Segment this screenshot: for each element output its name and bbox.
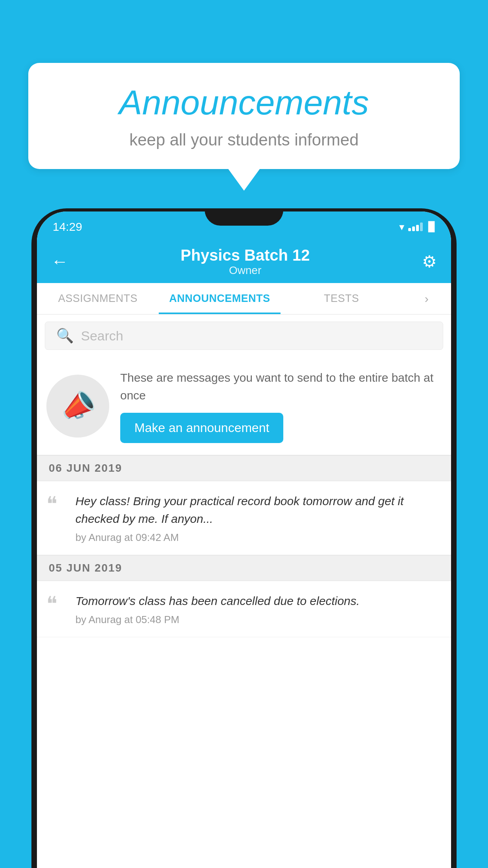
wifi-icon: ▾ <box>399 221 404 233</box>
announcement-content-1: Hey class! Bring your practical record b… <box>75 492 442 544</box>
status-time: 14:29 <box>53 218 82 234</box>
speech-bubble-card: Announcements keep all your students inf… <box>28 63 460 169</box>
tab-more[interactable]: › <box>402 283 451 314</box>
announcement-text-2: Tomorrow's class has been cancelled due … <box>75 592 442 610</box>
header-title: Physics Batch 12 <box>180 246 310 264</box>
search-container: 🔍 Search <box>37 314 451 357</box>
search-icon: 🔍 <box>56 327 74 344</box>
quote-icon-1: ❝ <box>46 494 66 514</box>
speech-bubble-title: Announcements <box>52 83 436 123</box>
announcement-meta-1: by Anurag at 09:42 AM <box>75 531 442 544</box>
header-subtitle: Owner <box>180 264 310 277</box>
back-button[interactable]: ← <box>51 252 68 271</box>
promo-content: These are messages you want to send to t… <box>120 369 442 443</box>
make-announcement-button[interactable]: Make an announcement <box>120 413 283 443</box>
quote-icon-2: ❝ <box>46 594 66 614</box>
promo-description: These are messages you want to send to t… <box>120 369 442 404</box>
tab-assignments[interactable]: ASSIGNMENTS <box>37 283 159 314</box>
tab-tests[interactable]: TESTS <box>281 283 402 314</box>
announcement-item-2[interactable]: ❝ Tomorrow's class has been cancelled du… <box>37 581 451 637</box>
search-placeholder: Search <box>81 328 123 344</box>
status-icons: ▾ ▉ <box>399 219 435 233</box>
speech-bubble-arrow <box>228 169 260 191</box>
speech-bubble-section: Announcements keep all your students inf… <box>28 63 460 191</box>
phone-notch <box>205 208 283 226</box>
speech-bubble-subtitle: keep all your students informed <box>52 131 436 149</box>
promo-icon-circle: 📣 <box>46 375 109 438</box>
tabs-bar: ASSIGNMENTS ANNOUNCEMENTS TESTS › <box>37 283 451 314</box>
signal-icon <box>408 223 423 231</box>
announcement-content-2: Tomorrow's class has been cancelled due … <box>75 592 442 626</box>
announcement-meta-2: by Anurag at 05:48 PM <box>75 614 442 626</box>
battery-icon: ▉ <box>428 221 435 232</box>
tab-announcements[interactable]: ANNOUNCEMENTS <box>159 283 281 314</box>
date-divider-2: 05 JUN 2019 <box>37 555 451 581</box>
megaphone-icon: 📣 <box>57 385 99 427</box>
app-header: ← Physics Batch 12 Owner ⚙ <box>37 240 451 283</box>
announcement-item-1[interactable]: ❝ Hey class! Bring your practical record… <box>37 481 451 555</box>
search-bar[interactable]: 🔍 Search <box>45 322 443 350</box>
phone-screen: 14:29 ▾ ▉ ← Physics Batch 12 Owner ⚙ <box>37 211 451 868</box>
announcement-promo: 📣 These are messages you want to send to… <box>37 357 451 455</box>
announcement-text-1: Hey class! Bring your practical record b… <box>75 492 442 528</box>
date-divider-1: 06 JUN 2019 <box>37 455 451 481</box>
phone-frame: 14:29 ▾ ▉ ← Physics Batch 12 Owner ⚙ <box>31 208 457 868</box>
header-center: Physics Batch 12 Owner <box>180 246 310 277</box>
settings-icon[interactable]: ⚙ <box>422 252 437 271</box>
